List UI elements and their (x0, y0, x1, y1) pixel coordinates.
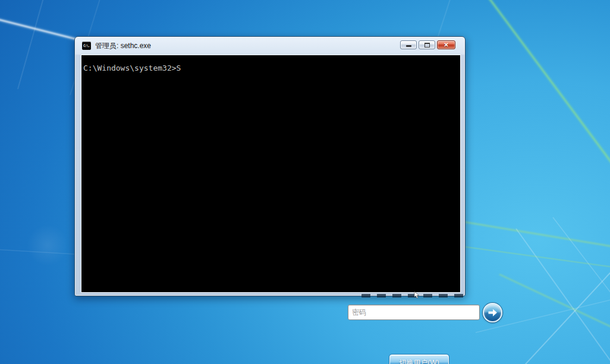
maximize-button[interactable] (419, 40, 435, 49)
switch-user-button[interactable]: 切换用户(W) (389, 354, 449, 364)
window-title: 管理员: sethc.exe (95, 41, 151, 51)
console-icon (82, 42, 91, 50)
mouse-cursor-icon (414, 292, 420, 299)
terminal-prompt-line: C:\Windows\system32>S (83, 64, 181, 72)
console-window: 管理员: sethc.exe ✕ C:\Windows\system32>S (74, 36, 466, 296)
desktop-background: { "desktop": { "colors": { "bg_dark": "#… (0, 0, 610, 364)
window-caption-buttons: ✕ (400, 40, 455, 49)
password-input[interactable] (348, 305, 480, 320)
close-button[interactable]: ✕ (437, 40, 455, 49)
close-icon: ✕ (444, 42, 448, 48)
login-go-button[interactable] (483, 303, 502, 322)
maximize-icon (425, 43, 430, 48)
arrow-right-icon (486, 306, 499, 319)
background-glow-blob (27, 224, 68, 266)
minimize-icon (406, 45, 411, 47)
console-client-area[interactable]: C:\Windows\system32>S (81, 55, 460, 292)
minimize-button[interactable] (400, 40, 417, 49)
